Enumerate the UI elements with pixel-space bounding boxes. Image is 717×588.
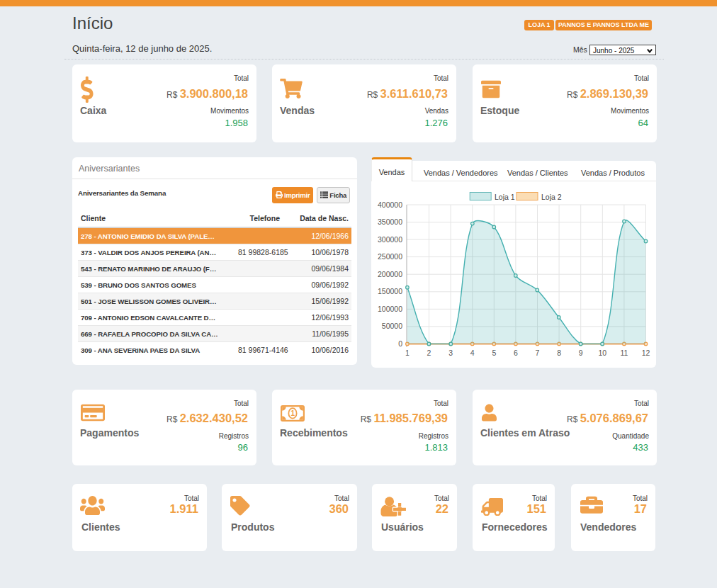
svg-text:200000: 200000: [378, 270, 402, 278]
svg-text:150000: 150000: [378, 287, 402, 295]
svg-text:7: 7: [536, 349, 540, 357]
svg-text:9: 9: [579, 349, 583, 357]
svg-text:5: 5: [492, 349, 496, 357]
svg-text:Loja 1: Loja 1: [495, 193, 515, 201]
svg-text:8: 8: [557, 349, 561, 357]
svg-text:1: 1: [405, 349, 410, 357]
svg-text:400000: 400000: [378, 200, 402, 209]
svg-text:350000: 350000: [378, 217, 402, 226]
svg-text:11: 11: [620, 349, 628, 357]
svg-text:3: 3: [448, 349, 453, 357]
svg-text:100000: 100000: [378, 305, 402, 313]
svg-text:2: 2: [427, 349, 431, 357]
svg-text:250000: 250000: [378, 252, 402, 261]
svg-text:10: 10: [598, 349, 606, 357]
svg-text:4: 4: [470, 349, 475, 357]
svg-text:6: 6: [514, 349, 518, 357]
svg-text:300000: 300000: [378, 235, 402, 244]
svg-text:12: 12: [642, 349, 650, 357]
svg-text:50000: 50000: [382, 322, 402, 330]
svg-text:Loja 2: Loja 2: [541, 193, 562, 201]
svg-text:0: 0: [398, 339, 402, 348]
